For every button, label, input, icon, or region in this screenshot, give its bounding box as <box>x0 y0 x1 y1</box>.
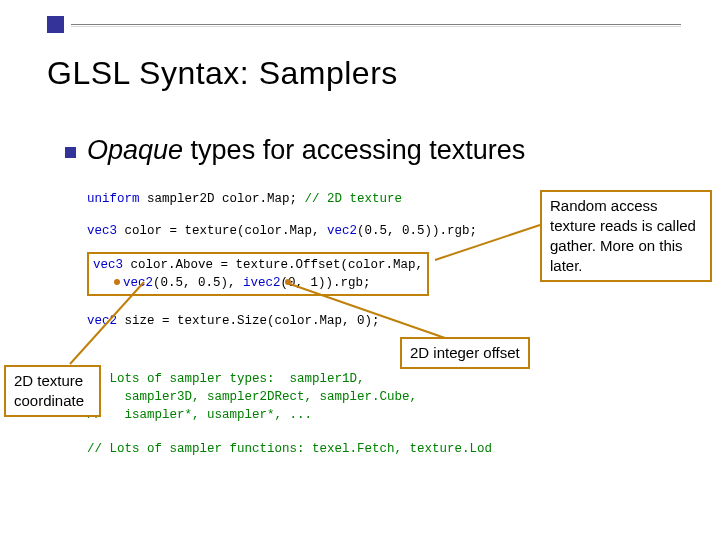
code-line-3-4: vec3 color.Above = texture.Offset(color.… <box>87 252 429 296</box>
callout-text: Random access texture reads is called ga… <box>550 197 696 274</box>
code-text: size = texture.Size(color.Map, 0); <box>117 314 380 328</box>
kw-vec3: vec3 <box>87 224 117 238</box>
subhead-rest: types for accessing textures <box>183 135 525 165</box>
code-line-5: vec2 size = texture.Size(color.Map, 0); <box>87 312 380 330</box>
code-line-9: // Lots of sampler functions: texel.Fetc… <box>87 440 492 458</box>
code-text: (0.5, 0.5)).rgb; <box>357 224 477 238</box>
connector-dot <box>114 279 120 285</box>
boxed-offset-call: vec3 color.Above = texture.Offset(color.… <box>87 252 429 296</box>
callout-text: 2D texture coordinate <box>14 372 84 409</box>
comment: // 2D texture <box>305 192 403 206</box>
kw-vec3: vec3 <box>93 258 123 272</box>
code-line-6: // Lots of sampler types: sampler1D, <box>87 370 365 388</box>
connector-dot <box>285 279 291 285</box>
top-rule <box>71 24 681 25</box>
kw-uniform: uniform <box>87 192 140 206</box>
code-text: sampler2D color.Map; <box>140 192 305 206</box>
kw-ivec2: ivec2 <box>243 276 281 290</box>
kw-vec2: vec2 <box>87 314 117 328</box>
slide-subhead: Opaque types for accessing textures <box>87 135 525 166</box>
subhead-italic: Opaque <box>87 135 183 165</box>
code-text: color.Above = texture.Offset(color.Map, <box>123 258 423 272</box>
corner-accent <box>47 16 64 33</box>
kw-vec2: vec2 <box>327 224 357 238</box>
callout-texture-coord: 2D texture coordinate <box>4 365 101 417</box>
code-line-7: // sampler3D, sampler2DRect, sampler.Cub… <box>87 388 417 406</box>
code-text: (0, 1)).rgb; <box>281 276 371 290</box>
code-text: (0.5, 0.5), <box>153 276 243 290</box>
kw-vec2: vec2 <box>123 276 153 290</box>
callout-integer-offset: 2D integer offset <box>400 337 530 369</box>
code-line-1: uniform sampler2D color.Map; // 2D textu… <box>87 190 402 208</box>
code-text: color = texture(color.Map, <box>117 224 327 238</box>
code-line-2: vec3 color = texture(color.Map, vec2(0.5… <box>87 222 477 240</box>
code-line-8: // isampler*, usampler*, ... <box>87 406 312 424</box>
slide-title: GLSL Syntax: Samplers <box>47 55 398 92</box>
callout-random-access: Random access texture reads is called ga… <box>540 190 712 282</box>
top-rule-shadow <box>71 26 681 27</box>
bullet-square <box>65 147 76 158</box>
callout-text: 2D integer offset <box>410 344 520 361</box>
